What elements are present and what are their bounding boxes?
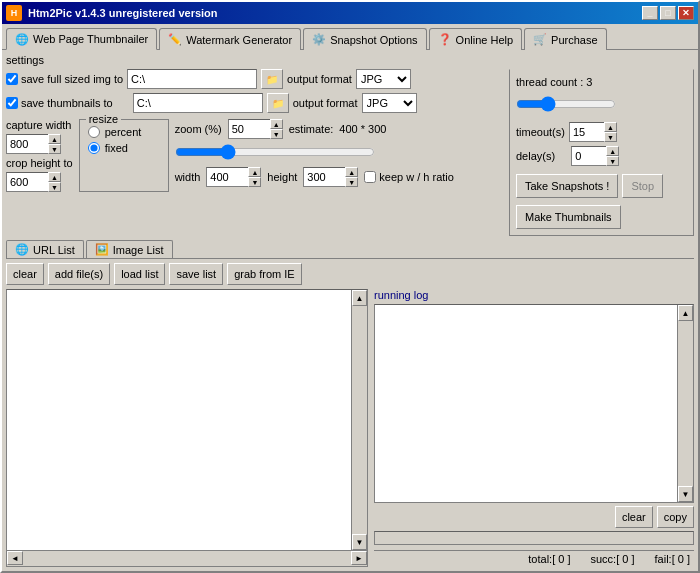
url-list-scroll-area: ▲ ▼ <box>6 289 368 551</box>
crop-height-down[interactable]: ▼ <box>48 182 61 192</box>
lower-section: ▲ ▼ ◄ ► running log <box>6 289 694 567</box>
wh-row: width ▲ ▼ height <box>175 167 454 187</box>
stop-button[interactable]: Stop <box>622 174 663 198</box>
capture-col: capture width ▲ ▼ crop height to <box>6 119 73 192</box>
width-input[interactable] <box>206 167 248 187</box>
delay-up[interactable]: ▲ <box>606 146 619 156</box>
url-list-vscrollbar: ▲ ▼ <box>351 290 367 550</box>
fixed-radio[interactable] <box>88 142 100 154</box>
log-label: running log <box>374 289 428 301</box>
save-thumb-path[interactable] <box>133 93 263 113</box>
zoom-row: zoom (%) ▲ ▼ estimate: 400 * 300 <box>175 119 454 139</box>
timeout-spinner: ▲ ▼ <box>569 122 624 142</box>
tab-purchase[interactable]: 🛒 Purchase <box>524 28 606 50</box>
sub-tab-url-list[interactable]: 🌐 URL List <box>6 240 84 258</box>
width-label: width <box>175 171 201 183</box>
vscroll-down-button[interactable]: ▼ <box>352 534 367 550</box>
gear-icon: ⚙️ <box>312 33 326 47</box>
height-spinner: ▲ ▼ <box>303 167 358 187</box>
vscroll-up-button[interactable]: ▲ <box>352 290 367 306</box>
main-window: H Htm2Pic v1.4.3 unregistered version _ … <box>0 0 700 573</box>
clear-list-button[interactable]: clear <box>6 263 44 285</box>
log-vscroll-up[interactable]: ▲ <box>678 305 693 321</box>
log-clear-button[interactable]: clear <box>615 506 653 528</box>
save-thumb-row: save thumbnails to 📁 output format JPGPN… <box>6 93 503 113</box>
keep-ratio-checkbox[interactable] <box>364 171 376 183</box>
timeout-input[interactable] <box>569 122 604 142</box>
minimize-button[interactable]: _ <box>642 6 658 20</box>
save-list-button[interactable]: save list <box>169 263 223 285</box>
thread-slider-container <box>516 94 687 118</box>
delay-input[interactable] <box>571 146 606 166</box>
zoom-down[interactable]: ▼ <box>270 129 283 139</box>
url-list-content[interactable] <box>7 290 351 550</box>
crop-height-input[interactable] <box>6 172 48 192</box>
hscroll-left-button[interactable]: ◄ <box>7 551 23 565</box>
load-list-button[interactable]: load list <box>114 263 165 285</box>
resize-title: resize <box>86 113 121 125</box>
browse-thumb-button[interactable]: 📁 <box>267 93 289 113</box>
fail-status: fail:[ 0 ] <box>655 553 690 565</box>
timeout-row: timeout(s) ▲ ▼ <box>516 122 687 142</box>
zoom-slider[interactable] <box>175 144 375 160</box>
title-bar: H Htm2Pic v1.4.3 unregistered version _ … <box>2 2 698 24</box>
sub-tab-image-list[interactable]: 🖼️ Image List <box>86 240 173 258</box>
maximize-button[interactable]: □ <box>660 6 676 20</box>
capture-width-input[interactable] <box>6 134 48 154</box>
output-format-1-select[interactable]: JPGPNGBMPGIF <box>356 69 411 89</box>
save-thumb-checkbox[interactable] <box>6 97 18 109</box>
tab-watermark-generator[interactable]: ✏️ Watermark Generator <box>159 28 301 50</box>
close-button[interactable]: ✕ <box>678 6 694 20</box>
capture-width-down[interactable]: ▼ <box>48 144 61 154</box>
height-input[interactable] <box>303 167 345 187</box>
browse-full-button[interactable]: 📁 <box>261 69 283 89</box>
log-progress-bar <box>374 531 694 545</box>
make-thumbnails-button[interactable]: Make Thumbnails <box>516 205 621 229</box>
zoom-up[interactable]: ▲ <box>270 119 283 129</box>
title-bar-buttons: _ □ ✕ <box>642 6 694 20</box>
zoom-label: zoom (%) <box>175 123 222 135</box>
main-content: settings save full sized img to 📁 JPG ou… <box>2 50 698 571</box>
app-icon: H <box>6 5 22 21</box>
url-list-icon: 🌐 <box>15 243 29 256</box>
delay-down[interactable]: ▼ <box>606 156 619 166</box>
thread-slider[interactable] <box>516 96 616 112</box>
timeout-down[interactable]: ▼ <box>604 132 617 142</box>
settings-label: settings <box>6 54 694 66</box>
log-panel: running log ▲ ▼ clear copy <box>374 289 694 567</box>
main-tab-bar: 🌐 Web Page Thumbnailer ✏️ Watermark Gene… <box>2 24 698 50</box>
sub-tab-bar: 🌐 URL List 🖼️ Image List <box>6 240 694 259</box>
hscroll-track <box>23 551 351 566</box>
grab-from-ie-button[interactable]: grab from IE <box>227 263 302 285</box>
percent-radio[interactable] <box>88 126 100 138</box>
add-files-button[interactable]: add file(s) <box>48 263 110 285</box>
hscroll-right-button[interactable]: ► <box>351 551 367 565</box>
log-vscroll-down[interactable]: ▼ <box>678 486 693 502</box>
image-list-icon: 🖼️ <box>95 243 109 256</box>
save-full-path[interactable] <box>127 69 257 89</box>
tab-snapshot-options[interactable]: ⚙️ Snapshot Options <box>303 28 426 50</box>
capture-width-up[interactable]: ▲ <box>48 134 61 144</box>
zoom-input[interactable] <box>228 119 270 139</box>
log-vscrollbar: ▲ ▼ <box>677 305 693 502</box>
height-up[interactable]: ▲ <box>345 167 358 177</box>
log-copy-button[interactable]: copy <box>657 506 694 528</box>
take-snapshots-button[interactable]: Take Snapshots ! <box>516 174 618 198</box>
total-status: total:[ 0 ] <box>528 553 570 565</box>
tab-online-help[interactable]: ❓ Online Help <box>429 28 522 50</box>
main-left: save full sized img to 📁 JPG output form… <box>6 69 503 236</box>
crop-height-up[interactable]: ▲ <box>48 172 61 182</box>
width-down[interactable]: ▼ <box>248 177 261 187</box>
save-full-row: save full sized img to 📁 JPG output form… <box>6 69 503 89</box>
save-full-checkbox[interactable] <box>6 73 18 85</box>
width-up[interactable]: ▲ <box>248 167 261 177</box>
pencil-icon: ✏️ <box>168 33 182 47</box>
timeout-up[interactable]: ▲ <box>604 122 617 132</box>
delay-spinner: ▲ ▼ <box>571 146 626 166</box>
output-format-2-select[interactable]: JPGPNGBMPGIF <box>362 93 417 113</box>
window-title: Htm2Pic v1.4.3 unregistered version <box>28 7 218 19</box>
delay-row: delay(s) ▲ ▼ <box>516 146 687 166</box>
height-down[interactable]: ▼ <box>345 177 358 187</box>
thread-count-label: thread count : 3 <box>516 76 687 88</box>
tab-web-page-thumbnailer[interactable]: 🌐 Web Page Thumbnailer <box>6 28 157 50</box>
